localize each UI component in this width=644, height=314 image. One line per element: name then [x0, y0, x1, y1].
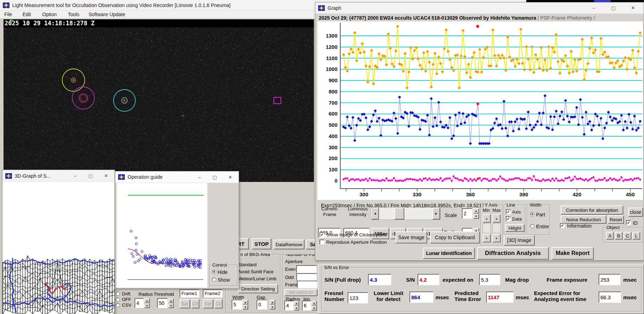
reset-button[interactable]: Reset [608, 215, 624, 224]
set2-button[interactable]: Set [203, 299, 213, 308]
graph-titlebar[interactable]: Graph – ▢ ✕ [315, 2, 644, 14]
frame-exposure-field[interactable]: 253 [599, 274, 620, 285]
show-image-checkbox[interactable]: ✓ [320, 232, 324, 237]
hilight-button[interactable]: Hilight [505, 224, 524, 232]
set1-button[interactable]: Set [180, 299, 190, 308]
expected-error-field[interactable]: 66.3 [599, 292, 621, 303]
make-report-button[interactable]: Make Report [552, 247, 594, 260]
hide-label: Hide [218, 269, 228, 275]
bkg-width-spinner[interactable]: ▲ ▼ [243, 300, 248, 309]
scroll-left-button[interactable]: ◄ [371, 208, 379, 220]
object-a-button[interactable]: A [606, 232, 614, 240]
correction-absorption-button[interactable]: Correction for absorption [561, 205, 623, 215]
frame1-field[interactable]: Frame1 [180, 289, 199, 297]
close-icon[interactable]: ✕ [623, 2, 643, 13]
ymin-up-button[interactable]: ▲ [483, 214, 491, 223]
minimize-icon[interactable]: – [192, 171, 207, 183]
scroll-right-button[interactable]: ► [432, 208, 440, 220]
object-b-button[interactable]: B [615, 232, 623, 240]
direction-setting-button[interactable]: Direction Setting [238, 284, 278, 293]
expected-field[interactable]: 5.3 [479, 274, 500, 285]
minimize-icon[interactable]: – [67, 170, 83, 182]
inner-spinner[interactable]: ▲ ▼ [311, 301, 317, 310]
save-image-button[interactable]: Save Image [395, 231, 427, 243]
information-checkbox[interactable]: ✓ [560, 223, 565, 228]
off-radio[interactable] [116, 297, 120, 302]
object-l-button[interactable]: L [632, 232, 640, 240]
id-checkbox[interactable]: ✓ [626, 220, 631, 225]
frame-scrollbar[interactable]: ◄ ► [371, 207, 440, 220]
sn-field[interactable]: 4.2 [418, 274, 439, 285]
sn-full-field[interactable]: 4.3 [368, 274, 391, 285]
light-curve-plot[interactable]: 3003303603904204500100200300400500600700… [317, 21, 643, 202]
image-3d-button[interactable]: [3D] Image [504, 235, 535, 246]
close-icon[interactable]: ✕ [223, 171, 238, 183]
drift-radius-field[interactable]: 4 [135, 298, 144, 308]
svg-text:1300: 1300 [326, 33, 337, 39]
width-group-label: Width [529, 202, 542, 208]
set-radius-button[interactable]: Set radius to [284, 289, 317, 296]
menu-tools[interactable]: Tools [68, 12, 79, 17]
close-icon[interactable]: ✕ [98, 170, 114, 182]
predicted-field[interactable]: 1147 [486, 292, 514, 303]
object-c-button[interactable]: C [624, 232, 631, 240]
part-radio[interactable] [530, 212, 534, 216]
pix-group: Number of Pix Aperture Even Odd Frame Se… [283, 254, 318, 313]
scale-spinner[interactable]: ▲ ▼ [473, 208, 479, 219]
drift-radio[interactable] [116, 292, 120, 296]
drift-radius-spinner[interactable]: ▲ ▼ [144, 298, 150, 308]
lunar-identification-button[interactable]: Lunar Identification [423, 248, 475, 259]
minimize-icon[interactable]: – [584, 2, 604, 13]
entire-radio[interactable] [530, 224, 534, 228]
reproduce-checkbox[interactable] [320, 240, 324, 244]
pix-radius-field[interactable]: 4 [284, 301, 294, 310]
inner-field[interactable]: 6 [302, 301, 311, 310]
clr2-button[interactable]: Clr [214, 299, 223, 308]
noise-reduction-button[interactable]: Noise Reduction [561, 215, 606, 224]
bkg-gap-spinner[interactable]: ▲ ▼ [270, 300, 275, 309]
even-field[interactable] [296, 265, 317, 273]
drift-threshold-field[interactable]: 50 [157, 298, 168, 308]
control-group: Control Hide Show [210, 265, 238, 286]
menu-file[interactable]: File [4, 12, 12, 17]
operation-guide-titlebar[interactable]: Operation guide – ▢ ✕ [115, 171, 239, 183]
scroll-thumb[interactable] [394, 208, 404, 220]
spin-down-icon: ▼ [485, 237, 488, 240]
drift-threshold-spinner[interactable]: ▲ ▼ [168, 298, 174, 308]
copy-clipboard-button[interactable]: Copy to ClipBoard [430, 231, 480, 243]
bkg-gap-field[interactable]: 0 [257, 300, 267, 309]
graph3d-titlebar[interactable]: 3D-Graph of S... – ▢ ✕ [2, 170, 115, 182]
lower-limit-field[interactable]: 864 [410, 292, 433, 303]
maximize-icon[interactable]: ▢ [604, 2, 623, 13]
csv-radio[interactable] [116, 303, 120, 307]
menu-software-update[interactable]: Software Update [89, 12, 125, 17]
dataremove-button[interactable]: DataRemove [273, 240, 304, 249]
diffraction-analysis-button[interactable]: Diffraction Analysis [477, 247, 549, 260]
sn-error-group: S/N vs Error S/N (Full drop) 4.3 S/N 4.2… [321, 267, 642, 312]
frame-field[interactable] [297, 281, 317, 288]
axis-checkbox[interactable]: ✓ [506, 209, 511, 214]
odd-field[interactable] [296, 273, 317, 281]
scale-field[interactable]: 2 [462, 208, 472, 219]
mesh-3d-plot[interactable] [2, 182, 115, 314]
ymin-down-button[interactable]: ▼ [483, 234, 491, 242]
frame2-field[interactable]: Frame2 [203, 289, 223, 297]
svg-text:500: 500 [329, 122, 337, 128]
ymax-down-button[interactable]: ▼ [492, 234, 501, 242]
hide-radio[interactable] [212, 270, 216, 274]
pix-radius-spinner[interactable]: ▲ ▼ [294, 301, 299, 310]
maximize-icon[interactable]: ▢ [83, 170, 98, 182]
clr1-button[interactable]: Clr [191, 299, 199, 308]
menu-edit[interactable]: Edit [22, 12, 31, 17]
fresnel-label: FresnelNumber [324, 290, 344, 302]
menu-option[interactable]: Option [42, 12, 57, 17]
ymax-up-button[interactable]: ▲ [492, 214, 501, 223]
maximize-icon[interactable]: ▢ [207, 171, 223, 183]
show-radio[interactable] [212, 277, 216, 282]
id-label: ID [633, 220, 638, 226]
stop-button[interactable]: STOP [252, 238, 271, 249]
data-checkbox[interactable]: ✓ [506, 216, 511, 221]
bkg-width-field[interactable]: 5 [232, 300, 242, 309]
close-button[interactable]: close [628, 208, 643, 217]
fresnel-field[interactable]: 123 [348, 292, 368, 303]
